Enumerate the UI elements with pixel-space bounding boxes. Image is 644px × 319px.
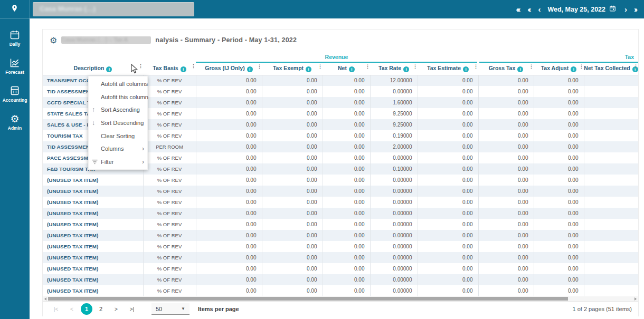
column-header-net[interactable]: Neti⋮ <box>323 62 370 75</box>
cell: 0.00 <box>323 86 370 97</box>
cell: 0.00 <box>196 175 262 186</box>
column-header-tax-exempt[interactable]: Tax Exempti⋮ <box>262 62 323 75</box>
column-menu-icon[interactable]: ⋮ <box>473 65 477 68</box>
info-icon[interactable]: i <box>349 66 355 72</box>
scrollbar-thumb[interactable] <box>48 297 568 301</box>
info-icon[interactable]: i <box>181 66 186 72</box>
nav-prev-day-button[interactable]: ‹ <box>538 0 539 18</box>
cell: 0.00 <box>418 141 478 152</box>
menu-item-label: Sort Ascending <box>101 107 140 113</box>
date-navigation: ‹‹‹ ‹‹ ‹ Wed, May 25, 2022 › ›› ››› <box>516 0 644 18</box>
menu-item-clear-sorting[interactable]: Clear Sorting <box>89 129 147 142</box>
cell: 0.00 <box>478 219 534 230</box>
column-menu-icon[interactable]: ⋮ <box>318 65 321 68</box>
cell: 0.00 <box>534 252 584 263</box>
column-header-net-tax-collected[interactable]: Net Tax Collectedi⋮ <box>584 62 638 75</box>
column-header-tax-rate[interactable]: Tax Ratei⋮ <box>370 62 418 75</box>
menu-item-sort-descending[interactable]: ↓Sort Descending <box>89 117 147 130</box>
table-row[interactable]: (UNUSED TAX ITEM)% OF REV0.000.000.000.0… <box>43 175 638 186</box>
cell: 0.00 <box>478 252 534 263</box>
info-icon[interactable]: i <box>106 66 112 72</box>
pager-next-button[interactable]: > <box>109 303 123 315</box>
cell: 0.00 <box>323 119 370 130</box>
sidebar-item-forecast[interactable]: Forecast <box>5 57 24 75</box>
cell: 0.00000 <box>370 263 418 274</box>
cell: 0.00000 <box>370 285 418 296</box>
table-row[interactable]: (UNUSED TAX ITEM)% OF REV0.000.000.000.0… <box>43 252 638 263</box>
report-settings-gear-icon[interactable]: ⚙ <box>50 35 57 45</box>
nav-prev-year-button[interactable]: ‹‹‹ <box>516 0 519 18</box>
column-menu-icon[interactable]: ⋮ <box>257 65 260 68</box>
horizontal-scrollbar[interactable] <box>43 296 638 301</box>
cell: 0.00 <box>323 186 370 197</box>
nav-prev-month-button[interactable]: ‹‹ <box>527 0 529 18</box>
info-icon[interactable]: i <box>306 66 311 72</box>
scroll-left-arrow-icon[interactable] <box>44 297 46 301</box>
cell: 0.00 <box>196 208 262 219</box>
column-menu-icon[interactable]: ⋮ <box>138 65 141 67</box>
column-context-menu: Autofit all columnsAutofit this column↑S… <box>88 76 148 170</box>
cell: 0.00 <box>323 75 370 86</box>
table-row[interactable]: (UNUSED TAX ITEM)% OF REV0.000.000.000.0… <box>43 241 638 252</box>
info-icon[interactable]: i <box>571 66 576 72</box>
cell: % OF REV <box>143 252 196 263</box>
sidebar-item-daily[interactable]: Daily <box>10 30 20 47</box>
scroll-right-arrow-icon[interactable] <box>634 297 637 301</box>
menu-item-autofit-this-column[interactable]: Autofit this column <box>89 91 147 104</box>
table-row[interactable]: (UNUSED TAX ITEM)% OF REV0.000.000.000.0… <box>43 274 638 285</box>
nav-next-month-button[interactable]: ›› <box>634 0 636 18</box>
cell <box>584 197 638 208</box>
pager-prev-button[interactable]: < <box>65 303 79 315</box>
menu-item-columns[interactable]: Columns› <box>89 142 147 156</box>
location-pin-button[interactable] <box>0 0 30 18</box>
table-row[interactable]: (UNUSED TAX ITEM)% OF REV0.000.000.000.0… <box>43 208 638 219</box>
pager-page-1[interactable]: 1 <box>81 303 92 315</box>
table-row[interactable]: (UNUSED TAX ITEM)% OF REV0.000.000.000.0… <box>43 186 638 197</box>
chevron-right-icon: › <box>142 158 144 166</box>
column-menu-icon[interactable]: ⋮ <box>191 65 194 67</box>
column-menu-icon[interactable]: ⋮ <box>413 65 416 68</box>
sidebar-item-accounting[interactable]: Accounting <box>3 85 27 103</box>
sidebar-item-admin[interactable]: ⚙ Admin <box>8 113 22 131</box>
column-header-tax-estimate[interactable]: Tax Estimatei⋮ <box>418 62 478 75</box>
cell: 0.00 <box>418 163 478 175</box>
column-menu-icon[interactable]: ⋮ <box>579 65 582 68</box>
cell: % OF REV <box>143 263 196 274</box>
table-row[interactable]: (UNUSED TAX ITEM)% OF REV0.000.000.000.0… <box>43 285 638 296</box>
column-header-tax-adjust[interactable]: Tax Adjusti⋮ <box>534 62 584 75</box>
date-picker[interactable]: Wed, May 25, 2022 <box>547 5 616 14</box>
page-size-dropdown[interactable]: 50 ▼ <box>151 303 190 315</box>
cell: 0.00000 <box>370 274 418 285</box>
sidebar-item-label: Daily <box>10 42 20 47</box>
info-icon[interactable]: i <box>247 66 253 72</box>
cell <box>584 219 638 230</box>
nav-next-day-button[interactable]: › <box>624 0 626 18</box>
menu-item-autofit-all-columns[interactable]: Autofit all columns <box>89 78 147 91</box>
table-row[interactable]: (UNUSED TAX ITEM)% OF REV0.000.000.000.0… <box>43 197 638 208</box>
cell: 0.00 <box>323 152 370 163</box>
table-row[interactable]: (UNUSED TAX ITEM)% OF REV0.000.000.000.0… <box>43 263 638 274</box>
column-header-description[interactable]: Descriptioni⋮ <box>43 62 143 75</box>
column-menu-icon[interactable]: ⋮ <box>365 65 368 68</box>
column-header-gross-ij-only-[interactable]: Gross (IJ Only)i⋮ <box>196 62 262 75</box>
menu-item-sort-ascending[interactable]: ↑Sort Ascending <box>89 103 147 117</box>
menu-item-filter[interactable]: Filter› <box>89 156 147 169</box>
info-icon[interactable]: i <box>403 66 409 72</box>
cell: 0.00 <box>262 241 323 252</box>
calculator-icon <box>10 85 20 96</box>
pager-first-button[interactable]: |< <box>49 303 63 315</box>
cell: % OF REV <box>143 97 196 108</box>
column-header-gross-tax[interactable]: Gross Taxi⋮ <box>478 62 534 75</box>
column-menu-icon[interactable]: ⋮ <box>633 65 637 68</box>
info-icon[interactable]: i <box>517 66 523 72</box>
pager-page-2[interactable]: 2 <box>94 303 107 315</box>
table-row[interactable]: (UNUSED TAX ITEM)% OF REV0.000.000.000.0… <box>43 219 638 230</box>
property-selector-blurred[interactable]: Casa Munras (…) <box>33 2 194 16</box>
table-row[interactable]: (UNUSED TAX ITEM)% OF REV0.000.000.000.0… <box>43 230 638 241</box>
info-icon[interactable]: i <box>463 66 469 72</box>
cell: 0.00 <box>418 219 478 230</box>
pager-last-button[interactable]: >| <box>125 303 139 315</box>
column-menu-icon[interactable]: ⋮ <box>529 65 532 68</box>
column-header-tax-basis[interactable]: Tax Basisi⋮ <box>143 62 196 75</box>
cell: 0.00 <box>418 175 478 186</box>
